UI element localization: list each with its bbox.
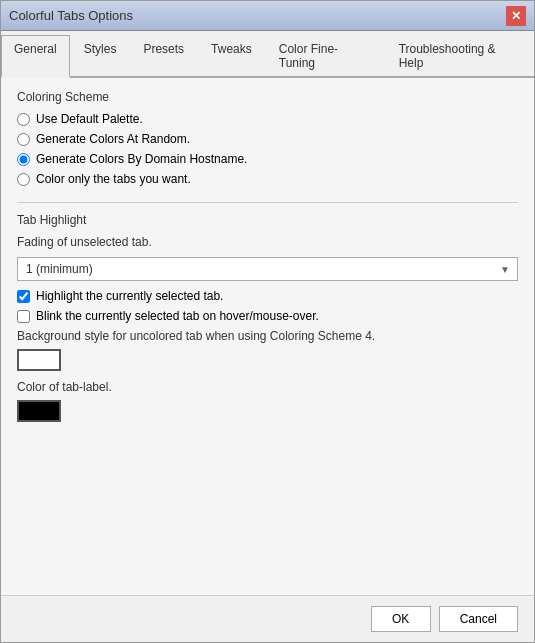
tab-bar: General Styles Presets Tweaks Color Fine…	[1, 31, 534, 78]
tab-tweaks[interactable]: Tweaks	[198, 35, 265, 76]
blink-checkbox[interactable]	[17, 310, 30, 323]
radio-item-2[interactable]: Generate Colors At Random.	[17, 132, 518, 146]
fading-label: Fading of unselected tab.	[17, 235, 518, 249]
radio-random[interactable]	[17, 133, 30, 146]
tab-troubleshooting[interactable]: Troubleshooting & Help	[386, 35, 533, 76]
bg-style-label: Background style for uncolored tab when …	[17, 329, 518, 343]
tab-label-color-button[interactable]	[17, 400, 61, 422]
highlight-label: Highlight the currently selected tab.	[36, 289, 223, 303]
blink-label: Blink the currently selected tab on hove…	[36, 309, 319, 323]
bottom-bar: OK Cancel	[1, 595, 534, 642]
tab-highlight-title: Tab Highlight	[17, 213, 518, 227]
content-area: Coloring Scheme Use Default Palette. Gen…	[1, 78, 534, 595]
checkbox-blink[interactable]: Blink the currently selected tab on hove…	[17, 309, 518, 323]
fading-select-wrapper: 1 (minimum) 2 3 4 5 (maximum) ▼	[17, 257, 518, 281]
highlight-checkbox[interactable]	[17, 290, 30, 303]
tab-styles[interactable]: Styles	[71, 35, 130, 76]
radio-item-3[interactable]: Generate Colors By Domain Hostname.	[17, 152, 518, 166]
tab-label-color-container	[17, 400, 518, 425]
coloring-scheme-title: Coloring Scheme	[17, 90, 518, 104]
ok-button[interactable]: OK	[371, 606, 431, 632]
radio-label-1: Use Default Palette.	[36, 112, 143, 126]
window-title: Colorful Tabs Options	[9, 8, 133, 23]
coloring-scheme-section: Coloring Scheme Use Default Palette. Gen…	[17, 90, 518, 186]
cancel-button[interactable]: Cancel	[439, 606, 518, 632]
radio-specific-tabs[interactable]	[17, 173, 30, 186]
bg-color-container	[17, 349, 518, 374]
close-button[interactable]: ✕	[506, 6, 526, 26]
coloring-scheme-radios: Use Default Palette. Generate Colors At …	[17, 112, 518, 186]
title-bar: Colorful Tabs Options ✕	[1, 1, 534, 31]
radio-label-4: Color only the tabs you want.	[36, 172, 191, 186]
checkbox-highlight[interactable]: Highlight the currently selected tab.	[17, 289, 518, 303]
divider-1	[17, 202, 518, 203]
radio-label-2: Generate Colors At Random.	[36, 132, 190, 146]
fading-select[interactable]: 1 (minimum) 2 3 4 5 (maximum)	[17, 257, 518, 281]
tab-presets[interactable]: Presets	[130, 35, 197, 76]
radio-item-1[interactable]: Use Default Palette.	[17, 112, 518, 126]
radio-item-4[interactable]: Color only the tabs you want.	[17, 172, 518, 186]
tab-label-color-label: Color of tab-label.	[17, 380, 518, 394]
dialog-window: Colorful Tabs Options ✕ General Styles P…	[0, 0, 535, 643]
radio-default-palette[interactable]	[17, 113, 30, 126]
radio-label-3: Generate Colors By Domain Hostname.	[36, 152, 247, 166]
tab-color-fine-tuning[interactable]: Color Fine-Tuning	[266, 35, 385, 76]
radio-hostname[interactable]	[17, 153, 30, 166]
tab-general[interactable]: General	[1, 35, 70, 78]
tab-highlight-section: Tab Highlight Fading of unselected tab. …	[17, 213, 518, 425]
bg-color-button[interactable]	[17, 349, 61, 371]
